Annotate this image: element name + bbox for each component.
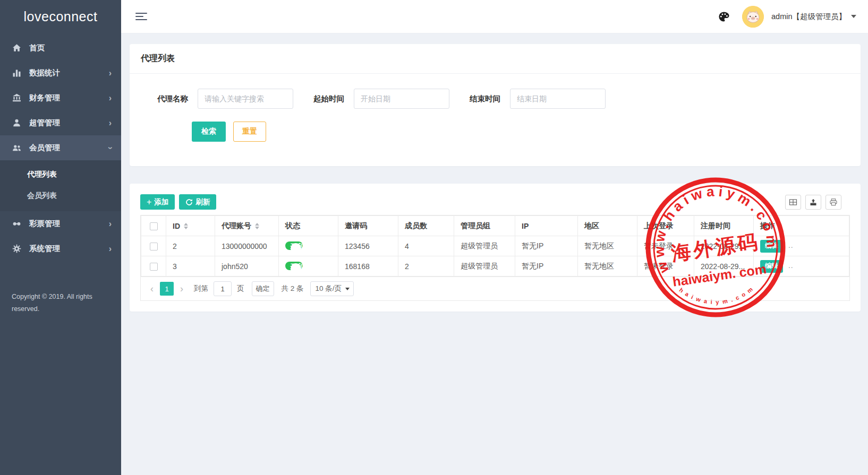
sidebar-item-home[interactable]: 首页	[0, 36, 121, 61]
column-header-region: 地区	[578, 216, 637, 236]
column-header-status: 状态	[279, 216, 338, 236]
refresh-button-label: 刷新	[195, 197, 210, 207]
goggles-icon	[12, 219, 21, 229]
sort-icon[interactable]	[255, 223, 259, 229]
plus-icon: +	[147, 197, 151, 207]
search-button[interactable]: 检索	[192, 122, 226, 142]
page-title: 代理列表	[130, 44, 861, 74]
status-toggle[interactable]: 开启	[285, 241, 303, 250]
sidebar-item-label: 数据统计	[29, 68, 109, 78]
next-page-button[interactable]: ›	[177, 284, 186, 293]
column-header-actions: 操作	[754, 216, 849, 236]
avatar[interactable]	[742, 6, 764, 28]
column-header-invite: 邀请码	[338, 216, 398, 236]
cell-region: 暂无地区	[578, 256, 637, 277]
column-header-lastlogin: 上次登录	[637, 216, 694, 236]
edit-button[interactable]: 编辑	[760, 260, 783, 273]
table-row: 2 13000000000 开启 123456 4 超级管理员 暂无IP 暂无	[141, 236, 849, 256]
sidebar-item-statistics[interactable]: 数据统计 ›	[0, 61, 121, 85]
status-toggle[interactable]: 开启	[285, 262, 303, 270]
total-count-label: 共 2 条	[282, 284, 304, 293]
cell-group: 超级管理员	[454, 256, 515, 277]
refresh-button[interactable]: 刷新	[179, 194, 216, 210]
agent-name-input[interactable]	[198, 89, 293, 109]
row-checkbox[interactable]	[150, 263, 158, 271]
filter-card: 代理列表 代理名称 起始时间 结束时间 检索 重置	[130, 44, 861, 166]
printer-icon	[829, 198, 838, 206]
sidebar-item-lottery[interactable]: 彩票管理 ›	[0, 211, 121, 236]
goto-page-input[interactable]	[214, 281, 232, 296]
sidebar-item-finance[interactable]: 财务管理 ›	[0, 85, 121, 110]
gear-icon	[12, 244, 21, 254]
start-time-label: 起始时间	[313, 94, 344, 104]
actions-overflow: ..	[788, 261, 794, 270]
start-date-input[interactable]	[354, 89, 449, 109]
copyright-text: Copyright © 2019. All rights reserved.	[12, 291, 109, 315]
column-header-id[interactable]: ID	[166, 216, 215, 236]
users-icon	[12, 143, 21, 153]
table-header-row: ID 代理账号 状态 邀请码 成员数 管理员组 IP 地区	[141, 216, 849, 236]
page-number-button[interactable]: 1	[160, 282, 174, 296]
columns-icon	[789, 198, 797, 206]
end-time-label: 结束时间	[470, 94, 500, 104]
filter-form: 代理名称 起始时间 结束时间 检索 重置	[130, 74, 861, 166]
column-header-group: 管理员组	[454, 216, 515, 236]
theme-palette-icon[interactable]	[717, 10, 730, 23]
reset-button[interactable]: 重置	[233, 122, 266, 142]
topbar: admin【超级管理员】	[121, 0, 868, 33]
sidebar-submenu: 代理列表 会员列表	[0, 160, 121, 211]
column-header-account[interactable]: 代理账号	[215, 216, 279, 236]
user-dropdown-caret-icon[interactable]	[851, 15, 856, 18]
cell-actions: 编辑 ..	[754, 256, 849, 277]
user-icon	[12, 118, 21, 128]
refresh-icon	[185, 198, 193, 206]
chevron-right-icon: ›	[109, 94, 112, 102]
user-menu[interactable]: admin【超级管理员】	[771, 12, 846, 22]
cell-regtime: 2022-08-29...	[694, 236, 754, 256]
sort-icon[interactable]	[184, 223, 188, 229]
column-header-regtime: 注册时间	[694, 216, 754, 236]
sidebar-item-label: 彩票管理	[29, 219, 109, 229]
pagination: ‹ 1 › 到第 页 确定 共 2 条 10 条/页	[140, 277, 850, 301]
cell-ip: 暂无IP	[515, 256, 578, 277]
cell-region: 暂无地区	[578, 236, 637, 256]
page-size-select[interactable]: 10 条/页	[310, 281, 354, 296]
add-button[interactable]: + 添加	[140, 194, 175, 210]
agent-name-label: 代理名称	[157, 94, 188, 104]
cell-status: 开启	[279, 236, 338, 256]
table-card: + 添加 刷新	[130, 184, 861, 312]
sidebar-item-system[interactable]: 系统管理 ›	[0, 236, 121, 261]
hamburger-menu-icon[interactable]	[135, 11, 147, 22]
select-all-checkbox[interactable]	[150, 222, 158, 230]
page-unit-label: 页	[237, 284, 244, 293]
sidebar-item-members[interactable]: 会员管理 ›	[0, 135, 121, 160]
sidebar: loveconnect 首页 数据统计 › 财务管理 › 超	[0, 0, 121, 475]
goto-confirm-button[interactable]: 确定	[252, 281, 274, 296]
cell-regtime: 2022-08-29...	[694, 256, 754, 277]
select-caret-icon	[345, 288, 350, 290]
goto-page-label: 到第	[194, 284, 208, 293]
home-icon	[12, 44, 21, 53]
edit-button[interactable]: 编辑	[760, 240, 783, 253]
export-icon	[809, 198, 818, 206]
cell-invite: 123456	[338, 236, 398, 256]
add-button-label: 添加	[154, 197, 168, 207]
sidebar-item-superadmin[interactable]: 超管管理 ›	[0, 110, 121, 135]
sidebar-subitem-member-list[interactable]: 会员列表	[0, 185, 121, 206]
end-date-input[interactable]	[510, 89, 606, 109]
cell-id: 2	[166, 236, 215, 256]
sidebar-menu: 首页 数据统计 › 财务管理 › 超管管理 ›	[0, 36, 121, 261]
sidebar-subitem-agent-list[interactable]: 代理列表	[0, 163, 121, 185]
prev-page-button[interactable]: ‹	[147, 284, 157, 293]
cell-invite: 168168	[338, 256, 398, 277]
sidebar-item-label: 超管管理	[29, 118, 109, 128]
bar-chart-icon	[12, 68, 21, 78]
toggle-knob	[291, 263, 301, 274]
row-checkbox[interactable]	[150, 243, 158, 251]
columns-toggle-button[interactable]	[785, 195, 801, 210]
cell-ip: 暂无IP	[515, 236, 578, 256]
chevron-down-icon: ›	[106, 146, 114, 149]
sidebar-item-label: 会员管理	[29, 143, 109, 153]
print-button[interactable]	[826, 195, 841, 210]
export-button[interactable]	[805, 195, 821, 210]
